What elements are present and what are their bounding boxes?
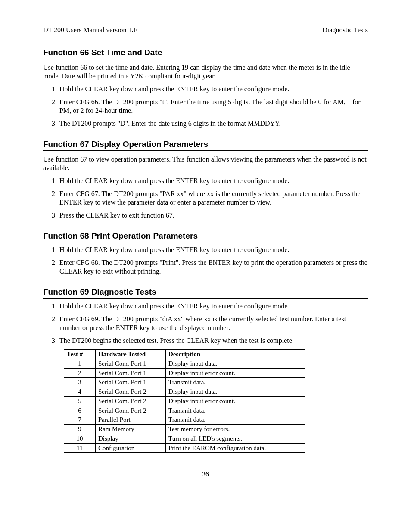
cell-hardware: Serial Com. Port 2 xyxy=(96,387,166,397)
table-row: 9Ram MemoryTest memory for errors. xyxy=(64,425,305,434)
list-item: Hold the CLEAR key down and press the EN… xyxy=(59,302,368,311)
cell-hardware: Serial Com. Port 1 xyxy=(96,368,166,378)
cell-test-num: 4 xyxy=(64,387,96,397)
cell-hardware: Serial Com. Port 2 xyxy=(96,396,166,406)
cell-description: Test memory for errors. xyxy=(166,425,305,434)
list-item: Enter CFG 68. The DT200 prompts "Print".… xyxy=(59,258,368,276)
cell-test-num: 6 xyxy=(64,406,96,415)
page-number: 36 xyxy=(43,470,368,479)
cell-test-num: 3 xyxy=(64,378,96,387)
cell-test-num: 10 xyxy=(64,434,96,443)
table-row: 1Serial Com. Port 1Display input data. xyxy=(64,359,305,368)
cell-test-num: 5 xyxy=(64,396,96,406)
table-row: 11ConfigurationPrint the EAROM configura… xyxy=(64,443,305,453)
cell-description: Display input data. xyxy=(166,359,305,368)
cell-hardware: Serial Com. Port 2 xyxy=(96,406,166,415)
cell-test-num: 1 xyxy=(64,359,96,368)
table-row: 6Serial Com. Port 2Transmit data. xyxy=(64,406,305,415)
cell-description: Turn on all LED's segments. xyxy=(166,434,305,443)
table-row: 5Serial Com. Port 2Display input error c… xyxy=(64,396,305,406)
list-item: Enter CFG 67. The DT200 prompts "PAR xx"… xyxy=(59,190,368,207)
cell-description: Print the EAROM configuration data. xyxy=(166,443,305,453)
cell-hardware: Serial Com. Port 1 xyxy=(96,378,166,387)
cell-test-num: 9 xyxy=(64,425,96,434)
table-row: 10DisplayTurn on all LED's segments. xyxy=(64,434,305,443)
section-66-title: Function 66 Set Time and Date xyxy=(43,47,368,59)
cell-test-num: 7 xyxy=(64,415,96,425)
table-row: 3Serial Com. Port 1Transmit data. xyxy=(64,378,305,387)
table-header-row: Test # Hardware Tested Description xyxy=(64,350,305,359)
section-68-steps: Hold the CLEAR key down and press the EN… xyxy=(43,246,368,276)
col-description: Description xyxy=(166,350,305,359)
cell-hardware: Configuration xyxy=(96,443,166,453)
section-67-steps: Hold the CLEAR key down and press the EN… xyxy=(43,177,368,220)
col-hardware: Hardware Tested xyxy=(96,350,166,359)
table-row: 7Parallel PortTransmit data. xyxy=(64,415,305,425)
list-item: Press the CLEAR key to exit function 67. xyxy=(59,211,368,220)
cell-hardware: Serial Com. Port 1 xyxy=(96,359,166,368)
table-row: 2Serial Com. Port 1Display input error c… xyxy=(64,368,305,378)
list-item: Enter CFG 66. The DT200 prompts "t". Ent… xyxy=(59,98,368,115)
section-67-title: Function 67 Display Operation Parameters xyxy=(43,139,368,151)
cell-description: Display input error count. xyxy=(166,396,305,406)
cell-description: Transmit data. xyxy=(166,378,305,387)
list-item: The DT200 begins the selected test. Pres… xyxy=(59,336,368,345)
section-66-intro: Use function 66 to set the time and date… xyxy=(43,63,368,81)
diagnostic-tests-table: Test # Hardware Tested Description 1Seri… xyxy=(64,349,305,453)
cell-description: Display input error count. xyxy=(166,368,305,378)
cell-description: Display input data. xyxy=(166,387,305,397)
cell-hardware: Display xyxy=(96,434,166,443)
cell-test-num: 2 xyxy=(64,368,96,378)
section-67-intro: Use function 67 to view operation parame… xyxy=(43,155,368,172)
header-left: DT 200 Users Manual version 1.E xyxy=(43,26,137,34)
col-test-num: Test # xyxy=(64,350,96,359)
cell-test-num: 11 xyxy=(64,443,96,453)
cell-description: Transmit data. xyxy=(166,415,305,425)
list-item: Hold the CLEAR key down and press the EN… xyxy=(59,177,368,185)
list-item: The DT200 prompts "D". Enter the date us… xyxy=(59,119,368,128)
cell-hardware: Parallel Port xyxy=(96,415,166,425)
list-item: Hold the CLEAR key down and press the EN… xyxy=(59,85,368,93)
list-item: Hold the CLEAR key down and press the EN… xyxy=(59,246,368,254)
list-item: Enter CFG 69. The DT200 prompts "diA xx"… xyxy=(59,315,368,332)
section-66-steps: Hold the CLEAR key down and press the EN… xyxy=(43,85,368,128)
section-69-title: Function 69 Diagnostic Tests xyxy=(43,287,368,299)
section-68-title: Function 68 Print Operation Parameters xyxy=(43,231,368,243)
page-header: DT 200 Users Manual version 1.E Diagnost… xyxy=(43,26,368,34)
cell-hardware: Ram Memory xyxy=(96,425,166,434)
table-row: 4Serial Com. Port 2Display input data. xyxy=(64,387,305,397)
header-right: Diagnostic Tests xyxy=(322,26,368,34)
section-69-steps: Hold the CLEAR key down and press the EN… xyxy=(43,302,368,345)
cell-description: Transmit data. xyxy=(166,406,305,415)
